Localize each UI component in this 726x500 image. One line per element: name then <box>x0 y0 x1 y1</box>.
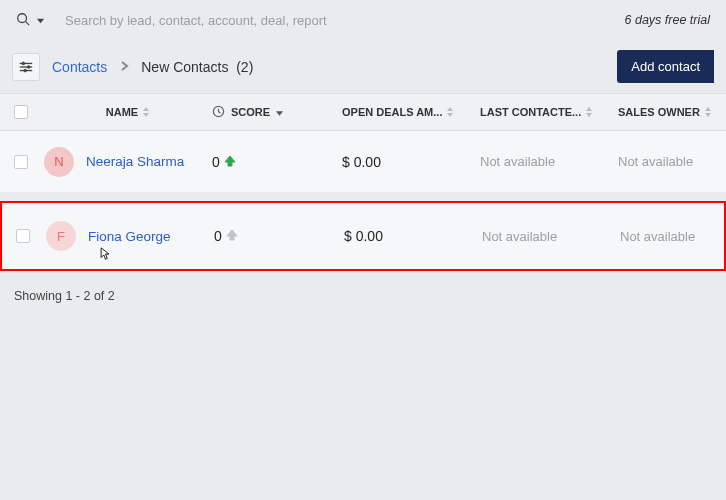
caret-down-icon <box>276 106 283 118</box>
breadcrumb-row: Contacts New Contacts (2) Add contact <box>0 40 726 93</box>
row-checkbox[interactable] <box>16 229 30 243</box>
pagination-summary: Showing 1 - 2 of 2 <box>0 277 726 315</box>
chevron-right-icon <box>119 59 129 74</box>
score-value: 0 <box>212 154 220 170</box>
search-placeholder: Search by lead, contact, account, deal, … <box>65 13 327 28</box>
svg-point-7 <box>27 65 30 68</box>
column-sales-owner[interactable]: SALES OWNER <box>608 106 726 118</box>
arrow-up-icon <box>226 228 238 244</box>
open-deals-amount: $ 0.00 <box>342 154 480 170</box>
breadcrumb-current-label: New Contacts <box>141 59 228 75</box>
open-deals-amount: $ 0.00 <box>344 228 482 244</box>
score-cell: 0 <box>212 154 342 170</box>
table-header: NAME SCORE OPEN DEALS AM... LAST CONTACT… <box>0 93 726 131</box>
sales-owner: Not available <box>610 229 724 244</box>
column-owner-label: SALES OWNER <box>618 106 700 118</box>
sort-icon <box>142 107 150 117</box>
column-last-contacted[interactable]: LAST CONTACTE... <box>480 106 608 118</box>
name-cell: FFiona George <box>46 221 214 251</box>
svg-marker-13 <box>447 107 453 111</box>
column-score-label: SCORE <box>231 106 270 118</box>
svg-marker-10 <box>143 113 149 117</box>
table-rows: NNeeraja Sharma0$ 0.00Not availableNot a… <box>0 131 726 271</box>
breadcrumb-count: (2) <box>236 59 253 75</box>
contact-name-link[interactable]: Fiona George <box>88 229 171 244</box>
column-score[interactable]: SCORE <box>212 105 342 120</box>
svg-marker-18 <box>705 113 711 117</box>
column-deals[interactable]: OPEN DEALS AM... <box>342 106 480 118</box>
svg-marker-14 <box>447 113 453 117</box>
score-cell: 0 <box>214 228 344 244</box>
arrow-up-icon <box>224 154 236 170</box>
table-row[interactable]: NNeeraja Sharma0$ 0.00Not availableNot a… <box>0 131 726 193</box>
sort-icon <box>704 107 712 117</box>
svg-marker-2 <box>37 18 44 23</box>
sort-icon <box>585 107 593 117</box>
row-checkbox-cell <box>16 229 46 243</box>
column-last-label: LAST CONTACTE... <box>480 106 581 118</box>
last-contacted: Not available <box>482 229 610 244</box>
svg-line-1 <box>26 21 30 25</box>
column-name[interactable]: NAME <box>44 106 212 118</box>
breadcrumb-current: New Contacts (2) <box>141 59 253 75</box>
breadcrumb-contacts-link[interactable]: Contacts <box>52 59 107 75</box>
name-cell: NNeeraja Sharma <box>44 147 212 177</box>
search-icon <box>16 12 30 29</box>
caret-down-icon <box>36 13 45 28</box>
contact-name-link[interactable]: Neeraja Sharma <box>86 154 184 169</box>
row-checkbox[interactable] <box>14 155 28 169</box>
avatar: F <box>46 221 76 251</box>
svg-point-8 <box>24 69 27 72</box>
svg-marker-16 <box>586 113 592 117</box>
column-deals-label: OPEN DEALS AM... <box>342 106 442 118</box>
sales-owner: Not available <box>608 154 726 169</box>
search-area[interactable]: Search by lead, contact, account, deal, … <box>16 12 327 29</box>
sort-icon <box>446 107 454 117</box>
avatar: N <box>44 147 74 177</box>
trial-text: 6 days free trial <box>625 13 710 27</box>
last-contacted: Not available <box>480 154 608 169</box>
row-checkbox-cell <box>14 155 44 169</box>
top-bar: Search by lead, contact, account, deal, … <box>0 0 726 40</box>
add-contact-button[interactable]: Add contact <box>617 50 714 83</box>
svg-marker-12 <box>276 111 283 115</box>
svg-point-6 <box>22 62 25 65</box>
score-circle-icon <box>212 105 225 120</box>
header-checkbox-cell <box>14 105 44 119</box>
svg-marker-15 <box>586 107 592 111</box>
column-name-label: NAME <box>106 106 138 118</box>
svg-point-0 <box>18 13 27 22</box>
svg-marker-9 <box>143 107 149 111</box>
svg-marker-17 <box>705 107 711 111</box>
filter-toggle-button[interactable] <box>12 53 40 81</box>
select-all-checkbox[interactable] <box>14 105 28 119</box>
table-row[interactable]: FFiona George0$ 0.00Not availableNot ava… <box>0 201 726 271</box>
score-value: 0 <box>214 228 222 244</box>
